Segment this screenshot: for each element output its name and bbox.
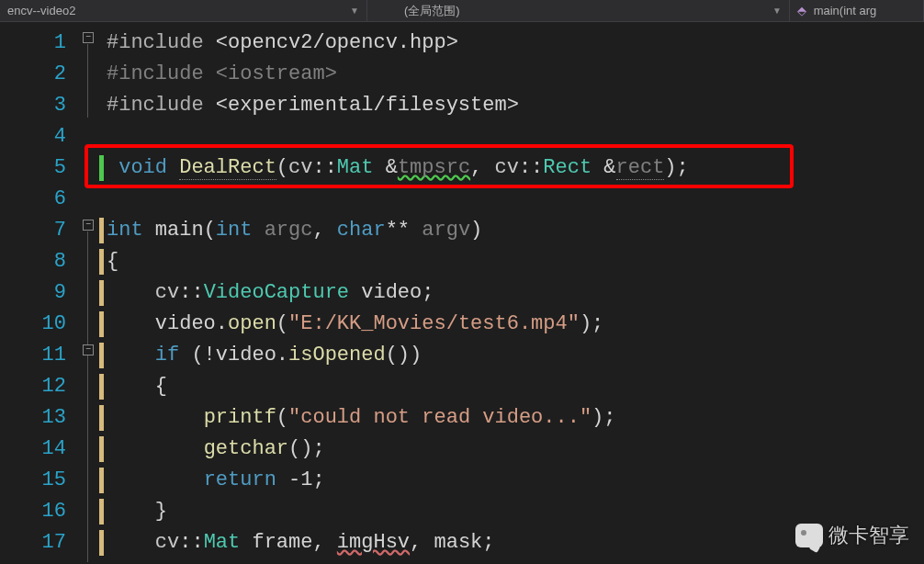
code-line[interactable]: if (!video.isOpened()) — [107, 340, 924, 371]
code-line[interactable]: #include <experimental/filesystem> — [107, 90, 924, 121]
code-line[interactable]: { — [107, 246, 924, 277]
line-number: 5 — [0, 152, 66, 184]
change-indicator — [99, 218, 104, 243]
code-line[interactable]: int main(int argc, char** argv) — [107, 215, 924, 246]
code-line[interactable] — [107, 121, 924, 152]
line-number-gutter: 1 2 3 4 5 6 7 8 9 10 11 12 13 14 15 16 1… — [0, 22, 83, 564]
line-number: 11 — [0, 340, 66, 371]
line-number: 2 — [0, 59, 66, 90]
fold-toggle[interactable]: − — [83, 344, 94, 355]
member-dropdown[interactable]: ⬘ main(int arg — [790, 0, 924, 21]
scope-dropdown[interactable]: (全局范围) ▼ — [367, 0, 790, 21]
fold-guide — [87, 231, 88, 562]
fold-guide — [87, 44, 88, 118]
fold-toggle[interactable]: − — [83, 32, 94, 43]
fold-toggle[interactable]: − — [83, 220, 94, 231]
line-number: 10 — [0, 309, 66, 340]
change-indicator — [99, 280, 104, 306]
line-number: 1 — [0, 28, 66, 59]
code-line[interactable]: printf("could not read video..."); — [107, 402, 924, 434]
code-line[interactable]: cv::VideoCapture video; — [107, 277, 924, 309]
change-indicator — [99, 374, 104, 400]
navigation-bar: encv--video2 ▼ (全局范围) ▼ ⬘ main(int arg — [0, 0, 924, 22]
line-number: 8 — [0, 246, 66, 277]
line-number: 9 — [0, 277, 66, 309]
code-line[interactable]: getchar(); — [107, 434, 924, 465]
code-line[interactable]: void DealRect(cv::Mat &tmpsrc, cv::Rect … — [107, 152, 924, 184]
project-name: encv--video2 — [7, 4, 75, 17]
line-number: 12 — [0, 371, 66, 402]
line-number: 6 — [0, 184, 66, 215]
code-line[interactable]: #include <opencv2/opencv.hpp> — [107, 28, 924, 59]
function-icon: ⬘ — [797, 4, 806, 17]
change-indicator — [99, 249, 104, 275]
line-number: 16 — [0, 496, 66, 527]
line-number: 3 — [0, 90, 66, 121]
code-line[interactable]: return -1; — [107, 465, 924, 496]
project-dropdown[interactable]: encv--video2 ▼ — [0, 0, 367, 21]
code-line[interactable]: #include <iostream> — [107, 59, 924, 90]
member-label: main(int arg — [814, 4, 877, 17]
change-indicator — [99, 155, 104, 181]
change-indicator — [99, 311, 104, 337]
line-number: 15 — [0, 465, 66, 496]
code-line[interactable]: video.open("E:/KK_Movies/test6.mp4"); — [107, 309, 924, 340]
change-indicator — [99, 436, 104, 462]
watermark-text: 微卡智享 — [828, 522, 909, 549]
line-number: 17 — [0, 527, 66, 558]
change-indicator — [99, 405, 104, 431]
line-number: 14 — [0, 434, 66, 465]
code-line[interactable] — [107, 184, 924, 215]
line-number: 13 — [0, 402, 66, 434]
code-editor[interactable]: 1 2 3 4 5 6 7 8 9 10 11 12 13 14 15 16 1… — [0, 22, 924, 564]
line-number: 7 — [0, 215, 66, 246]
code-line[interactable]: { — [107, 371, 924, 402]
change-indicator — [99, 468, 104, 493]
watermark: 微卡智享 — [795, 522, 909, 549]
change-indicator — [99, 343, 104, 368]
chevron-down-icon: ▼ — [350, 6, 359, 16]
scope-label: (全局范围) — [404, 3, 460, 19]
wechat-icon — [795, 524, 823, 547]
change-indicator — [99, 499, 104, 525]
change-indicator — [99, 530, 104, 556]
line-number: 4 — [0, 121, 66, 152]
chevron-down-icon: ▼ — [772, 6, 782, 16]
code-area[interactable]: #include <opencv2/opencv.hpp> #include <… — [107, 22, 924, 564]
